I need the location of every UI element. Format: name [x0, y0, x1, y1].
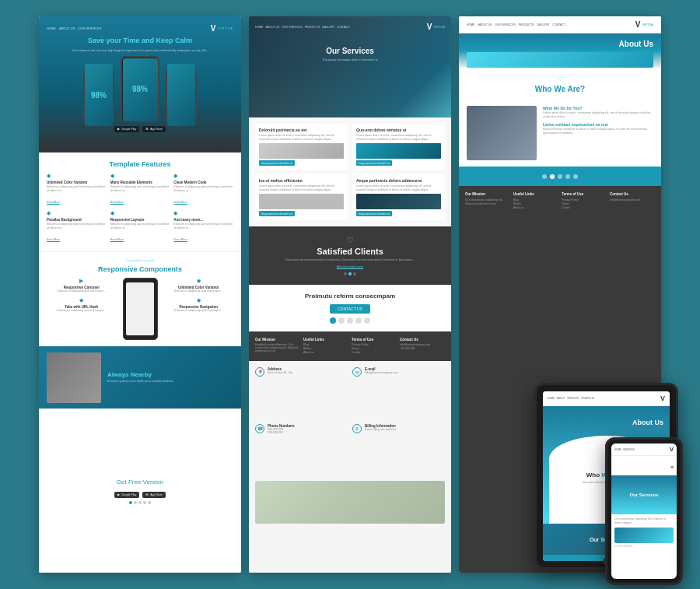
mid-nav-home[interactable]: HOME [255, 26, 264, 29]
left-hero-section: HOME ABOUT US OUR SERVICES V VIRTUA Save… [39, 16, 241, 153]
components-row: ▶ Responsive Carousel Ediscent is adipis… [47, 278, 233, 340]
phone-text: Phone Numbers 000-000-000 000-000-000 [268, 424, 295, 434]
feature-more-6[interactable]: Read More [173, 238, 187, 241]
feature-more-5[interactable]: Read More [110, 238, 124, 241]
mid-footer-terms: Terms of Use Privacy Policy Terms Cookie [352, 338, 397, 355]
dot-2 [134, 501, 137, 504]
rfc-links-title: Useful Links [513, 192, 558, 196]
rfc-link-2[interactable]: Works [513, 202, 558, 205]
mid-nav-gallery[interactable]: GALLERY [322, 26, 334, 29]
rn-contact[interactable]: CONTACT [552, 23, 565, 26]
mid-hero-content: Our Services Tua quam veriusque dolor in… [255, 47, 445, 61]
mid-link-3[interactable]: About us [303, 351, 348, 354]
template-features-section: Template Features ◆ Unlimited Color Vari… [39, 153, 241, 251]
billing-label: Billing Information [365, 424, 396, 428]
rn-gallery[interactable]: GALLERY [537, 23, 549, 26]
footer-version-title: Get Free Version [47, 479, 233, 486]
rn-services[interactable]: OUR SERVICES [495, 23, 515, 26]
social-icon-3[interactable] [347, 317, 353, 324]
rfc-mission-desc: Ut a consectetur adipiscing elit. Deloru… [465, 198, 510, 205]
sc-img-2 [356, 143, 441, 159]
feature-icon-1: ◆ [47, 173, 107, 179]
left-nav-links: HOME ABOUT US OUR SERVICES [47, 26, 102, 30]
mid-links-title: Useful Links [303, 338, 348, 342]
nearby-text: Always Nearby Et harum quidem rerum faci… [107, 371, 233, 384]
email-value: billing@somecompany.com [365, 371, 398, 374]
rfc-terms-3[interactable]: Cookie [562, 206, 607, 209]
rn-products[interactable]: PRODUCTS [519, 23, 534, 26]
rn-about[interactable]: ABOUT US [478, 23, 492, 26]
right-about-hero: About Us [459, 33, 661, 68]
right-who-content: What We Do for You? Lorem ipsum dolor si… [459, 100, 661, 167]
mid-nav-services[interactable]: OUR SERVICES [282, 26, 302, 29]
mid-link-2[interactable]: Works [303, 347, 348, 350]
feature-more-2[interactable]: Read More [110, 201, 124, 204]
mid-terms-1[interactable]: Privacy Policy [352, 343, 397, 346]
rn-home[interactable]: HOME [467, 23, 475, 26]
mid-contact-phone: +00 000 000 [400, 347, 445, 350]
app-store-btn[interactable]: ⌘ App Store [142, 126, 166, 132]
rbs-dot-2 [550, 174, 555, 179]
google-play-btn[interactable]: ▶ Google Play [114, 126, 139, 132]
rfc-link-3[interactable]: About us [513, 206, 558, 209]
rfc-mission: Our Mission Ut a consectetur adipiscing … [465, 192, 510, 566]
panel-middle: HOME ABOUT US OUR SERVICES PRODUCTS GALL… [249, 16, 451, 573]
right-nav: HOME ABOUT US OUR SERVICES PRODUCTS GALL… [459, 16, 661, 33]
address-text: Address Some Street 44, City [268, 367, 292, 374]
mid-nav-products[interactable]: PRODUCTS [305, 26, 320, 29]
service-card-4: Aeque partinecia dolurn addescens Lorem … [352, 174, 445, 220]
social-icon-1[interactable] [330, 317, 336, 324]
feature-title-3: Clean Modern Code [173, 181, 233, 184]
right-blue-strip [459, 167, 661, 186]
footer-app-store[interactable]: ⌘ App Store [142, 492, 166, 498]
rfc-link-1[interactable]: Blog [513, 198, 558, 202]
feature-more-3[interactable]: Read More [173, 201, 187, 204]
sc-link-2[interactable]: Image partinecia dolosalm est [356, 160, 392, 166]
mid-link-1[interactable]: Blog [303, 343, 348, 346]
right-brand: VIRTUA [642, 23, 653, 26]
nav-link-home[interactable]: HOME [47, 26, 56, 30]
comp-nav-icon: ◆ [164, 297, 234, 303]
comp-right-col: ◆ Unlimited Color Variants Ediscent is a… [164, 278, 234, 312]
rfc-contact-title: Contact Us [610, 192, 655, 196]
feature-desc-6: Ediscent is adipiscing quid sod tempor i… [173, 223, 233, 230]
sc-link-4[interactable]: Image partinecia dolosalm est [356, 211, 392, 216]
sc-link-3[interactable]: Image partinecia dolosalm est [259, 211, 295, 216]
rfc-terms-1[interactable]: Privacy Policy [562, 198, 607, 202]
dot-3 [138, 501, 142, 504]
rfc-terms-2[interactable]: Terms [562, 202, 607, 205]
sc-desc-2: Lorem ipsum dolor sit amet, consectetur … [356, 134, 441, 141]
mid-nav-contact[interactable]: CONTACT [337, 26, 350, 29]
feature-icon-2: ◆ [110, 173, 170, 179]
feature-item-3: ◆ Clean Modern Code Ediscent is adipisci… [173, 173, 233, 206]
feature-title-6: And many more... [173, 218, 233, 222]
ipad-logo: V [660, 394, 665, 402]
social-icon-5[interactable] [364, 317, 370, 324]
mid-services-section: Dolorulit partinecia eu est Lorem ipsum … [249, 117, 451, 226]
feature-more-1[interactable]: Read More [47, 201, 60, 204]
sc-link-1[interactable]: Image partinecia dolosalm est [259, 160, 295, 166]
feature-icon-3: ◆ [173, 173, 233, 179]
store-buttons-hero: ▶ Google Play ⌘ App Store [47, 126, 233, 132]
billing-text: Billing Information Some billing info te… [365, 424, 396, 431]
cta-contact-button[interactable]: CONTACT US [330, 304, 370, 314]
phone-device: HOME SERVICES V ≡ Our Services Ut a cons… [605, 437, 683, 585]
nav-link-services[interactable]: OUR SERVICES [78, 26, 101, 30]
sc-desc-3: Lorem ipsum dolor sit amet, consectetur … [356, 184, 441, 191]
nav-link-about[interactable]: ABOUT US [59, 26, 75, 30]
mid-mission-title: Our Mission [255, 338, 300, 342]
mid-terms-3[interactable]: Cookie [352, 351, 397, 354]
feature-icon-4: ◆ [47, 210, 107, 216]
social-icon-2[interactable] [338, 317, 345, 324]
footer-google-play[interactable]: ▶ Google Play [114, 492, 139, 498]
service-card-1: Dolorulit partinecia eu est Lorem ipsum … [255, 124, 348, 170]
feature-more-4[interactable]: Read More [47, 238, 60, 241]
mid-nav-about[interactable]: ABOUT US [266, 26, 280, 29]
mid-terms-2[interactable]: Terms [352, 347, 397, 350]
comp-phone-mockup [123, 278, 158, 340]
feature-title-4: Parallax Background [47, 218, 107, 222]
feature-item-2: ◆ Many Reusable Elements Ediscent is adi… [110, 173, 170, 206]
satisfied-link[interactable]: Atlred peinait lorem [257, 265, 443, 268]
social-icon-4[interactable] [355, 317, 362, 324]
phone-percent: 98% [91, 91, 107, 100]
